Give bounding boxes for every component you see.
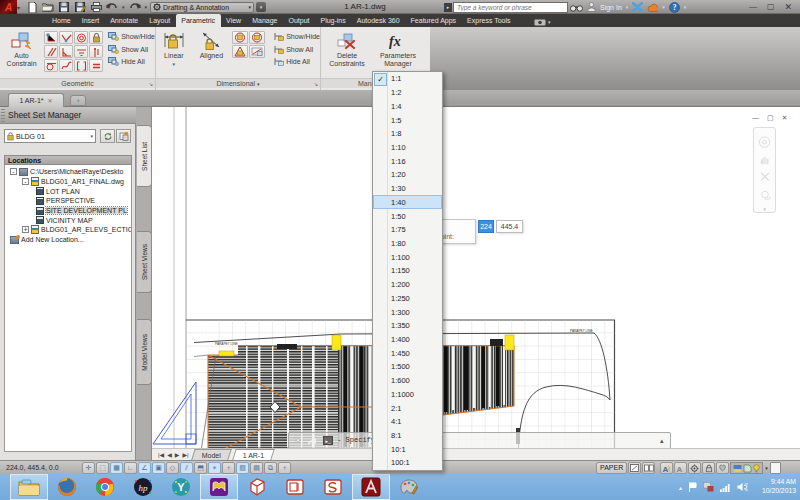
scale-option[interactable]: 4:1: [373, 415, 442, 429]
status-toggle-button[interactable]: ∠: [138, 462, 151, 474]
status-toggle-button[interactable]: ⬚: [96, 462, 109, 474]
display-tray-icon[interactable]: [703, 482, 714, 492]
search-binoculars-icon[interactable]: [570, 3, 583, 12]
scale-option[interactable]: 1:30: [373, 182, 442, 196]
scale-option[interactable]: 1:10: [373, 141, 442, 155]
delete-constraints-button[interactable]: Delete Constraints: [321, 27, 373, 68]
refresh-sheet-set-button[interactable]: [100, 129, 115, 143]
angular-constraint-button[interactable]: [232, 31, 248, 44]
file-tab-close-icon[interactable]: ✕: [48, 97, 53, 104]
taskbar-autocad[interactable]: [352, 474, 390, 500]
ribbon-tab[interactable]: Plug-ins: [315, 14, 351, 27]
status-toggle-button[interactable]: ⬒: [194, 462, 207, 474]
plot-button[interactable]: [90, 1, 102, 13]
scale-option[interactable]: 1:600: [373, 374, 442, 388]
status-toggle-button[interactable]: ✛: [82, 462, 95, 474]
coincident-constraint-button[interactable]: [44, 31, 58, 44]
radial-constraint-button[interactable]: [249, 31, 265, 44]
save-button[interactable]: [58, 1, 70, 13]
scale-option[interactable]: 1:50: [373, 209, 442, 223]
scale-option[interactable]: 1:100: [373, 250, 442, 264]
taskbar-y-app[interactable]: Y: [162, 474, 200, 500]
orbit-icon[interactable]: [759, 189, 771, 200]
hardware-acceleration-button[interactable]: [716, 462, 729, 474]
next-layout-button[interactable]: ▶: [175, 451, 180, 458]
recent-commands-button[interactable]: ▴: [660, 437, 664, 445]
geometric-panel-expander-icon[interactable]: ↘: [149, 81, 153, 87]
quick-view-layouts-button[interactable]: [628, 462, 641, 474]
tab-model-views[interactable]: Model Views: [137, 319, 152, 385]
restore-button[interactable]: ▢: [767, 1, 775, 13]
annotation-scale-button[interactable]: A: [660, 462, 673, 474]
a360-chevron-icon[interactable]: ▾: [662, 4, 665, 10]
ribbon-tab[interactable]: Parametric: [176, 14, 221, 27]
scale-option[interactable]: 1:8: [373, 127, 442, 141]
taskbar-paint-app[interactable]: [390, 474, 428, 500]
layout-tab[interactable]: Model: [191, 449, 232, 460]
angular2-constraint-button[interactable]: [232, 45, 248, 58]
tree-item[interactable]: + BLDG01_AR_ELEVS_ECTION: [5, 225, 131, 235]
scale-option[interactable]: 1:20: [373, 168, 442, 182]
status-toggle-button[interactable]: ▣: [152, 462, 165, 474]
scale-option[interactable]: 8:1: [373, 429, 442, 443]
tree-expander-icon[interactable]: -: [22, 178, 29, 185]
dynamic-input-x-field[interactable]: 224: [478, 220, 494, 233]
dimensional-show-all-button[interactable]: Show All: [274, 45, 320, 54]
undo-dropdown-icon[interactable]: ▾: [122, 4, 125, 10]
taskbar-hp[interactable]: hp: [124, 474, 162, 500]
parameters-manager-button[interactable]: fx Parameters Manager: [373, 27, 423, 68]
annotation-visibility-button[interactable]: A: [674, 462, 687, 474]
ribbon-tab[interactable]: Express Tools: [462, 14, 516, 27]
scale-option[interactable]: 1:75: [373, 223, 442, 237]
geometric-panel-label[interactable]: Geometric: [0, 78, 155, 88]
smooth-constraint-button[interactable]: [59, 59, 73, 72]
network-signal-icon[interactable]: [720, 483, 731, 492]
sign-in-label[interactable]: Sign In: [600, 4, 622, 11]
tangent-constraint-button[interactable]: [44, 59, 58, 72]
qat-customize-button[interactable]: ▾: [256, 2, 266, 12]
scale-option[interactable]: 1:1000: [373, 388, 442, 402]
exchange-apps-icon[interactable]: [632, 2, 643, 12]
tree-expander-icon[interactable]: -: [10, 168, 17, 175]
dimensional-show-hide-button[interactable]: Show/Hide: [274, 32, 320, 41]
scale-option[interactable]: 10:1: [373, 442, 442, 456]
equal-constraint-button[interactable]: [89, 59, 103, 72]
scale-option[interactable]: 1:250: [373, 292, 442, 306]
navigation-bar[interactable]: ▾: [753, 127, 776, 213]
sign-in-user-icon[interactable]: [587, 2, 596, 12]
status-toggle-button[interactable]: ＋: [222, 462, 235, 474]
prev-layout-button[interactable]: ◀: [167, 451, 172, 458]
taskbar-firefox[interactable]: [48, 474, 86, 500]
tree-item[interactable]: LOT PLAN: [5, 186, 131, 196]
status-toggle-button[interactable]: ◇: [166, 462, 179, 474]
zoom-icon[interactable]: [759, 171, 771, 182]
status-toggle-button[interactable]: ▦: [110, 462, 123, 474]
taskbar-reader[interactable]: [200, 474, 238, 500]
new-file-button[interactable]: [26, 1, 38, 13]
command-line-bar[interactable]: ✕ ▸_ - Specify ▴: [288, 432, 671, 449]
pan-hand-icon[interactable]: [759, 154, 771, 165]
taskbar-style-builder[interactable]: [314, 474, 352, 500]
linear-dropdown-icon[interactable]: ▾: [173, 61, 176, 67]
scale-option[interactable]: 1:150: [373, 264, 442, 278]
search-expander-icon[interactable]: ▸: [444, 3, 452, 12]
command-prompt-text[interactable]: - Specify: [337, 436, 375, 444]
navbar-more-icon[interactable]: ▾: [763, 206, 766, 212]
tree-item[interactable]: - BLDG01_AR1_FINAL.dwg: [5, 177, 131, 187]
tree-item[interactable]: PERSPECTIVE: [5, 196, 131, 206]
taskbar-chrome[interactable]: [86, 474, 124, 500]
undo-button[interactable]: [106, 1, 118, 13]
tray-sheet-icon[interactable]: [743, 464, 752, 473]
doc-minimize-button[interactable]: —: [752, 114, 759, 122]
geometric-show-hide-button[interactable]: Show/Hide: [108, 32, 155, 41]
dimensional-panel-expander-icon[interactable]: ↘: [314, 81, 318, 87]
concentric-constraint-button[interactable]: [74, 31, 88, 44]
help-chevron-icon[interactable]: ▾: [684, 4, 687, 10]
auto-constrain-button[interactable]: Auto Constrain: [0, 27, 43, 72]
convert-constraint-button[interactable]: [249, 45, 265, 58]
volume-icon[interactable]: [737, 482, 748, 492]
scale-option[interactable]: 1:500: [373, 360, 442, 374]
layout-tab[interactable]: 1 AR-1: [232, 449, 275, 460]
drawing-canvas[interactable]: PARAPET LINE PARAPET LINE — ▢ ✕ ▾ n poin…: [152, 107, 800, 448]
tray-hidden-icons-button[interactable]: ▴: [679, 484, 682, 491]
